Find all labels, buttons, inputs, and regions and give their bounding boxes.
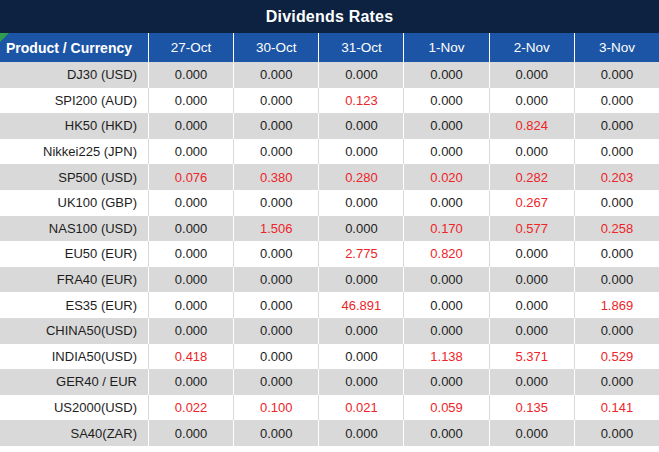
value-cell: 0.000 — [148, 292, 233, 318]
column-header-date: 1-Nov — [403, 33, 488, 62]
product-cell: SP500 (USD) — [0, 164, 148, 190]
value-cell: 0.000 — [489, 318, 574, 344]
value-cell: 0.000 — [574, 241, 659, 267]
value-cell: 0.000 — [318, 139, 403, 165]
value-cell: 0.529 — [574, 344, 659, 370]
value-cell: 0.000 — [489, 139, 574, 165]
value-cell: 0.141 — [574, 395, 659, 421]
value-cell: 0.000 — [318, 267, 403, 293]
value-cell: 0.000 — [574, 318, 659, 344]
value-cell: 0.380 — [233, 164, 318, 190]
dividends-rates-panel: Dividends Rates Product / Currency 27-Oc… — [0, 0, 659, 452]
value-cell: 0.203 — [574, 164, 659, 190]
value-cell: 0.000 — [233, 62, 318, 88]
value-cell: 0.280 — [318, 164, 403, 190]
column-header-date: 2-Nov — [489, 33, 574, 62]
value-cell: 0.000 — [574, 113, 659, 139]
value-cell: 0.267 — [489, 190, 574, 216]
value-cell: 0.000 — [489, 292, 574, 318]
product-cell: DJ30 (USD) — [0, 62, 148, 88]
value-cell: 0.000 — [574, 62, 659, 88]
value-cell: 0.021 — [318, 395, 403, 421]
value-cell: 0.000 — [233, 88, 318, 114]
table-row: SP500 (USD)0.0760.3800.2800.0200.2820.20… — [0, 164, 659, 190]
table-row: Nikkei225 (JPN)0.0000.0000.0000.0000.000… — [0, 139, 659, 165]
value-cell: 0.000 — [148, 139, 233, 165]
value-cell: 0.000 — [318, 216, 403, 242]
value-cell: 0.000 — [233, 267, 318, 293]
value-cell: 0.000 — [574, 267, 659, 293]
value-cell: 0.000 — [489, 88, 574, 114]
value-cell: 0.000 — [148, 241, 233, 267]
value-cell: 0.000 — [318, 344, 403, 370]
product-cell: UK100 (GBP) — [0, 190, 148, 216]
product-cell: SA40(ZAR) — [0, 420, 148, 446]
value-cell: 0.000 — [318, 62, 403, 88]
value-cell: 0.000 — [489, 369, 574, 395]
table-row: SA40(ZAR)0.0000.0000.0000.0000.0000.000 — [0, 420, 659, 446]
value-cell: 0.000 — [403, 88, 488, 114]
value-cell: 0.000 — [403, 139, 488, 165]
value-cell: 0.000 — [233, 292, 318, 318]
value-cell: 0.000 — [318, 369, 403, 395]
value-cell: 0.000 — [318, 190, 403, 216]
value-cell: 0.000 — [148, 190, 233, 216]
value-cell: 0.000 — [403, 62, 488, 88]
column-header-label: 31-Oct — [341, 40, 382, 55]
value-cell: 0.820 — [403, 241, 488, 267]
product-cell: SPI200 (AUD) — [0, 88, 148, 114]
value-cell: 0.000 — [318, 113, 403, 139]
value-cell: 0.000 — [403, 369, 488, 395]
column-header-date: 30-Oct — [233, 33, 318, 62]
column-header-label: Product / Currency — [6, 40, 132, 56]
value-cell: 0.000 — [403, 292, 488, 318]
product-cell: INDIA50(USD) — [0, 344, 148, 370]
value-cell: 0.000 — [403, 113, 488, 139]
value-cell: 0.000 — [148, 267, 233, 293]
table-row: INDIA50(USD)0.4180.0000.0001.1385.3710.5… — [0, 344, 659, 370]
value-cell: 0.100 — [233, 395, 318, 421]
value-cell: 0.000 — [233, 241, 318, 267]
value-cell: 0.418 — [148, 344, 233, 370]
table-row: HK50 (HKD)0.0000.0000.0000.0000.8240.000 — [0, 113, 659, 139]
table-row: SPI200 (AUD)0.0000.0000.1230.0000.0000.0… — [0, 88, 659, 114]
value-cell: 0.000 — [403, 267, 488, 293]
value-cell: 0.000 — [489, 62, 574, 88]
column-header-date: 3-Nov — [574, 33, 659, 62]
value-cell: 0.000 — [489, 267, 574, 293]
column-header-label: 30-Oct — [256, 40, 297, 55]
value-cell: 46.891 — [318, 292, 403, 318]
value-cell: 0.000 — [489, 241, 574, 267]
value-cell: 0.000 — [233, 369, 318, 395]
table-row: ES35 (EUR)0.0000.00046.8910.0000.0001.86… — [0, 292, 659, 318]
value-cell: 0.000 — [318, 318, 403, 344]
value-cell: 0.170 — [403, 216, 488, 242]
value-cell: 0.000 — [148, 420, 233, 446]
value-cell: 5.371 — [489, 344, 574, 370]
value-cell: 0.020 — [403, 164, 488, 190]
product-cell: NAS100 (USD) — [0, 216, 148, 242]
value-cell: 0.000 — [148, 113, 233, 139]
value-cell: 0.135 — [489, 395, 574, 421]
table-row: FRA40 (EUR)0.0000.0000.0000.0000.0000.00… — [0, 267, 659, 293]
product-cell: ES35 (EUR) — [0, 292, 148, 318]
value-cell: 0.000 — [233, 318, 318, 344]
table-row: CHINA50(USD)0.0000.0000.0000.0000.0000.0… — [0, 318, 659, 344]
table-body: DJ30 (USD)0.0000.0000.0000.0000.0000.000… — [0, 62, 659, 446]
bottom-strip — [0, 446, 659, 452]
page-title: Dividends Rates — [266, 8, 393, 26]
value-cell: 0.000 — [574, 190, 659, 216]
product-cell: EU50 (EUR) — [0, 241, 148, 267]
corner-flag-icon — [0, 33, 9, 42]
table-row: NAS100 (USD)0.0001.5060.0000.1700.5770.2… — [0, 216, 659, 242]
value-cell: 0.000 — [233, 113, 318, 139]
column-header-date: 27-Oct — [148, 33, 233, 62]
value-cell: 0.000 — [403, 420, 488, 446]
value-cell: 1.138 — [403, 344, 488, 370]
table-row: UK100 (GBP)0.0000.0000.0000.0000.2670.00… — [0, 190, 659, 216]
product-cell: US2000(USD) — [0, 395, 148, 421]
value-cell: 0.000 — [148, 318, 233, 344]
value-cell: 0.076 — [148, 164, 233, 190]
value-cell: 0.577 — [489, 216, 574, 242]
value-cell: 0.000 — [233, 190, 318, 216]
